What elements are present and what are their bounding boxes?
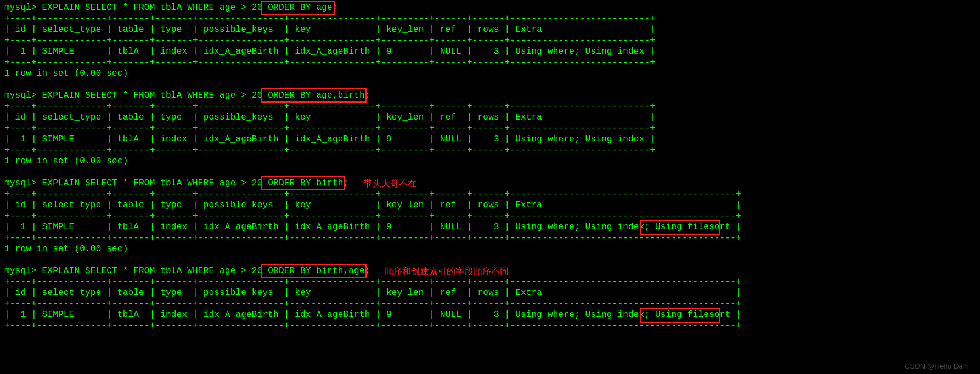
table-sep: +----+-------------+-------+-------+----… — [4, 211, 976, 222]
summary-line: 1 row in set (0.00 sec) — [4, 156, 976, 167]
table-sep: +----+-------------+-------+-------+----… — [4, 57, 976, 68]
table-row: | 1 | SIMPLE | tblA | index | idx_A_ageB… — [4, 46, 976, 57]
table-sep: +----+-------------+-------+-------+----… — [4, 145, 976, 156]
table-row: | 1 | SIMPLE | tblA | index | idx_A_ageB… — [4, 134, 976, 145]
summary-line: 1 row in set (0.00 sec) — [4, 243, 976, 254]
table-sep: +----+-------------+-------+-------+----… — [4, 276, 976, 287]
sql-line: mysql> EXPLAIN SELECT * FROM tblA WHERE … — [4, 90, 976, 101]
table-sep: +----+-------------+-------+-------+----… — [4, 233, 976, 243]
table-header: | id | select_type | table | type | poss… — [4, 24, 976, 35]
table-header: | id | select_type | table | type | poss… — [4, 287, 976, 298]
table-sep: +----+-------------+-------+-------+----… — [4, 320, 976, 331]
annotation-text: 顺序和创建索引的字段顺序不同 — [385, 266, 509, 277]
sql-line: mysql> EXPLAIN SELECT * FROM tblA WHERE … — [4, 178, 976, 189]
summary-line: 1 row in set (0.00 sec) — [4, 68, 976, 79]
table-sep: +----+-------------+-------+-------+----… — [4, 123, 976, 134]
sql-line: mysql> EXPLAIN SELECT * FROM tblA WHERE … — [4, 2, 976, 13]
table-header: | id | select_type | table | type | poss… — [4, 112, 976, 123]
table-row: | 1 | SIMPLE | tblA | index | idx_A_ageB… — [4, 222, 976, 233]
table-header: | id | select_type | table | type | poss… — [4, 200, 976, 211]
table-row: | 1 | SIMPLE | tblA | index | idx_A_ageB… — [4, 309, 976, 320]
table-sep: +----+-------------+-------+-------+----… — [4, 101, 976, 112]
blank-line — [4, 79, 976, 90]
table-sep: +----+-------------+-------+-------+----… — [4, 35, 976, 46]
watermark: CSDN @Hello Dam — [905, 361, 969, 372]
table-sep: +----+-------------+-------+-------+----… — [4, 13, 976, 24]
blank-line — [4, 254, 976, 265]
annotation-text: 带头大哥不在 — [363, 178, 416, 189]
table-sep: +----+-------------+-------+-------+----… — [4, 189, 976, 200]
terminal-output: mysql> EXPLAIN SELECT * FROM tblA WHERE … — [0, 0, 980, 333]
blank-line — [4, 167, 976, 178]
table-sep: +----+-------------+-------+-------+----… — [4, 298, 976, 309]
